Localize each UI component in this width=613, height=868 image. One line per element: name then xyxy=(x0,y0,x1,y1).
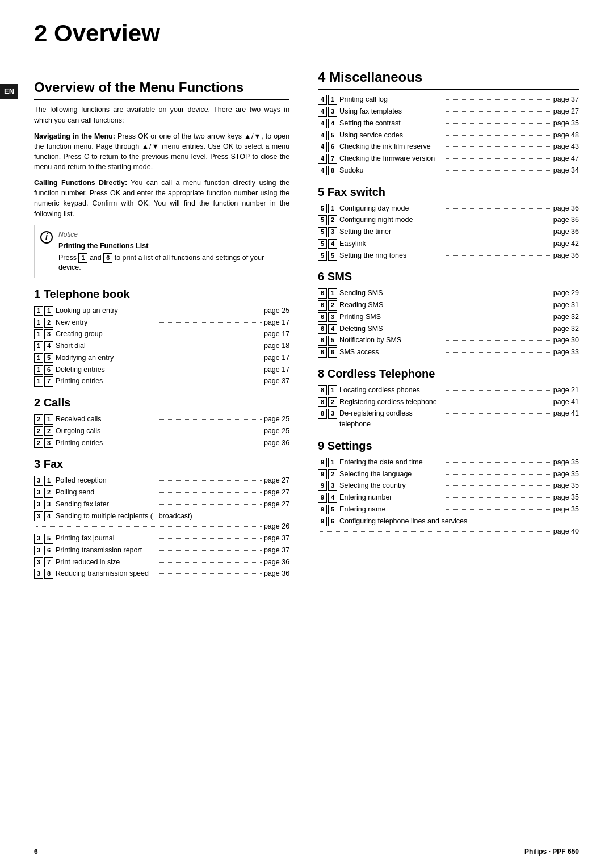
section-heading-miscellaneous: 4 Miscellaneous xyxy=(318,68,579,90)
list-item: 55 Setting the ring tones page 36 xyxy=(318,250,579,261)
func-codes: 11 xyxy=(34,306,53,316)
miscellaneous-items: 41 Printing call log page 37 43 Using fa… xyxy=(318,94,579,175)
calls-items: 21 Received calls page 25 22 Outgoing ca… xyxy=(34,414,289,448)
footer-page-number: 6 xyxy=(34,847,38,857)
list-item: 43 Using fax templates page 27 xyxy=(318,106,579,117)
overview-section-heading: Overview of the Menu Functions xyxy=(34,78,289,100)
left-column: Overview of the Menu Functions The follo… xyxy=(34,68,306,580)
cordless-items: 81 Locating cordless phones page 21 82 R… xyxy=(318,385,579,430)
section-heading-calls: 2 Calls xyxy=(34,395,289,410)
list-item: 45 Using service codes page 48 xyxy=(318,130,579,141)
info-icon: i xyxy=(40,231,53,244)
list-item: 37 Print reduced in size page 36 xyxy=(34,557,289,568)
section-heading-sms: 6 SMS xyxy=(318,269,579,284)
list-item: 23 Printing entries page 36 xyxy=(34,438,289,448)
intro-paragraph-direct: Calling Functions Directly: You can call… xyxy=(34,178,289,219)
telephone-book-items: 11 Looking up an entry page 25 12 New en… xyxy=(34,305,289,387)
list-item: 35 Printing fax journal page 37 xyxy=(34,533,289,544)
list-item: 16 Deleting entries page 17 xyxy=(34,364,289,375)
notice-title: Printing the Functions List xyxy=(58,241,283,251)
notice-code-2: 6 xyxy=(103,253,112,263)
list-item: 41 Printing call log page 37 xyxy=(318,94,579,105)
intro-paragraph-1: The following functions are available on… xyxy=(34,104,289,125)
list-item: 66 SMS access page 33 xyxy=(318,347,579,358)
list-item: 95 Entering name page 35 xyxy=(318,504,579,515)
list-item: 54 Easylink page 42 xyxy=(318,238,579,249)
list-item: 64 Deleting SMS page 32 xyxy=(318,324,579,334)
list-item: 81 Locating cordless phones page 21 xyxy=(318,385,579,396)
list-item: 22 Outgoing calls page 25 xyxy=(34,426,289,437)
func-codes: 13 xyxy=(34,329,53,339)
notice-code-1: 1 xyxy=(78,253,87,263)
list-item: 65 Notification by SMS page 30 xyxy=(318,335,579,346)
list-item: 31 Polled reception page 27 xyxy=(34,475,289,486)
list-item: 34 Sending to multiple recipients (= bro… xyxy=(34,511,289,532)
list-item: 91 Entering the date and time page 35 xyxy=(318,457,579,468)
func-codes: 14 xyxy=(34,341,53,351)
list-item: 48 Sudoku page 34 xyxy=(318,165,579,176)
page: EN 2 Overview Overview of the Menu Funct… xyxy=(0,0,613,868)
notice-label: Notice xyxy=(58,230,283,240)
list-item: 15 Modifying an entry page 17 xyxy=(34,353,289,363)
two-column-layout: Overview of the Menu Functions The follo… xyxy=(0,68,613,580)
list-item: 82 Registering cordless telephone page 4… xyxy=(318,397,579,408)
list-item: 94 Entering number page 35 xyxy=(318,492,579,503)
list-item: 52 Configuring night mode page 36 xyxy=(318,215,579,225)
list-item: 96 Configuring telephone lines and servi… xyxy=(318,516,579,538)
list-item: 33 Sending fax later page 27 xyxy=(34,499,289,510)
notice-box: i Notice Printing the Functions List Pre… xyxy=(34,225,289,278)
list-item: 92 Selecting the language page 35 xyxy=(318,469,579,480)
list-item: 13 Creating group page 17 xyxy=(34,329,289,339)
list-item: 32 Polling send page 27 xyxy=(34,487,289,498)
list-item: 61 Sending SMS page 29 xyxy=(318,288,579,299)
section-heading-fax: 3 Fax xyxy=(34,456,289,472)
func-codes: 15 xyxy=(34,353,53,363)
language-tab: EN xyxy=(0,84,18,99)
right-column: 4 Miscellaneous 41 Printing call log pag… xyxy=(306,68,579,580)
list-item: 63 Printing SMS page 32 xyxy=(318,312,579,322)
func-codes: 12 xyxy=(34,318,53,328)
list-item: 51 Configuring day mode page 36 xyxy=(318,203,579,214)
list-item: 12 New entry page 17 xyxy=(34,317,289,328)
intro-paragraph-nav: Navigating in the Menu: Press OK or one … xyxy=(34,131,289,173)
list-item: 44 Setting the contrast page 35 xyxy=(318,118,579,129)
list-item: 93 Selecting the country page 35 xyxy=(318,480,579,491)
fax-switch-items: 51 Configuring day mode page 36 52 Confi… xyxy=(318,203,579,261)
section-heading-settings: 9 Settings xyxy=(318,438,579,454)
list-item: 46 Checking the ink film reserve page 43 xyxy=(318,141,579,152)
page-footer: 6 Philips · PPF 650 xyxy=(0,842,613,857)
settings-items: 91 Entering the date and time page 35 92… xyxy=(318,457,579,537)
list-item: 38 Reducing transmission speed page 36 xyxy=(34,568,289,579)
func-codes: 16 xyxy=(34,365,53,375)
list-item: 21 Received calls page 25 xyxy=(34,414,289,425)
list-item: 11 Looking up an entry page 25 xyxy=(34,305,289,316)
section-heading-fax-switch: 5 Fax switch xyxy=(318,184,579,200)
list-item: 53 Setting the timer page 36 xyxy=(318,227,579,237)
notice-text: Press 1 and 6 to print a list of all fun… xyxy=(58,253,283,273)
chapter-title: 2 Overview xyxy=(34,17,579,51)
sms-items: 61 Sending SMS page 29 62 Reading SMS pa… xyxy=(318,288,579,358)
list-item: 36 Printing transmission report page 37 xyxy=(34,545,289,556)
footer-brand: Philips · PPF 650 xyxy=(524,847,579,857)
func-codes: 17 xyxy=(34,376,53,386)
list-item: 14 Short dial page 18 xyxy=(34,341,289,351)
section-heading-cordless: 8 Cordless Telephone xyxy=(318,366,579,381)
page-header: 2 Overview xyxy=(0,0,613,68)
section-heading-telephone-book: 1 Telephone book xyxy=(34,286,289,302)
notice-content: Notice Printing the Functions List Press… xyxy=(58,230,283,273)
list-item: 83 De-registering cordless telephone pag… xyxy=(318,408,579,430)
list-item: 47 Checking the firmware version page 47 xyxy=(318,153,579,164)
list-item: 17 Printing entries page 37 xyxy=(34,376,289,387)
list-item: 62 Reading SMS page 31 xyxy=(318,300,579,311)
fax-items: 31 Polled reception page 27 32 Polling s… xyxy=(34,475,289,579)
